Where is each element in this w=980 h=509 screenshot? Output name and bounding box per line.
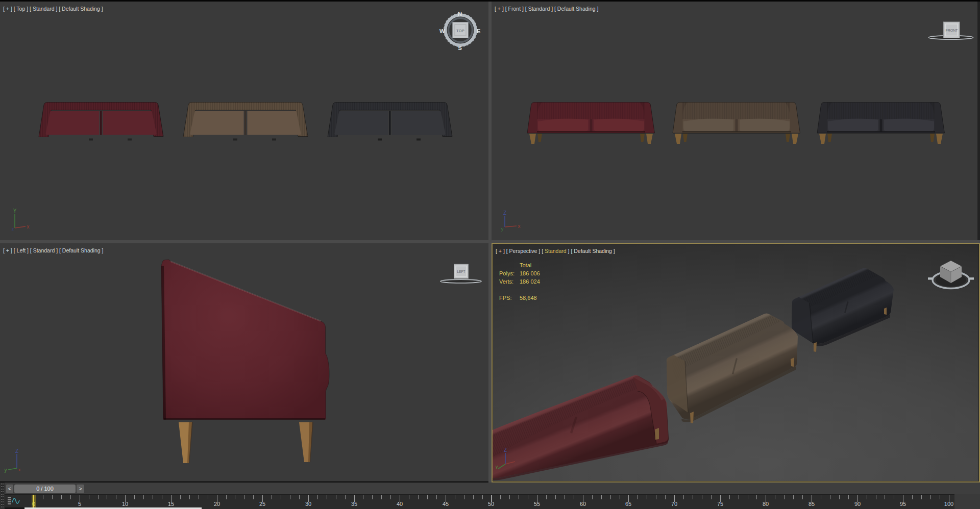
svg-text:Z: Z <box>504 447 507 453</box>
svg-text:LEFT: LEFT <box>457 270 465 273</box>
svg-text:y: y <box>5 467 7 473</box>
svg-text:N: N <box>458 11 462 17</box>
svg-text:y: y <box>501 226 504 232</box>
svg-text:x: x <box>18 467 21 472</box>
svg-text:Z: Z <box>15 448 18 454</box>
svg-text:y: y <box>496 464 498 469</box>
svg-text:S: S <box>458 45 462 51</box>
svg-text:Z: Z <box>503 210 506 216</box>
svg-text:Y: Y <box>13 208 17 214</box>
svg-text:x: x <box>27 224 30 230</box>
svg-text:x: x <box>518 223 521 229</box>
svg-text:TOP: TOP <box>456 29 464 33</box>
svg-text:W: W <box>439 28 445 34</box>
svg-text:E: E <box>477 28 481 34</box>
svg-text:z: z <box>12 226 14 232</box>
svg-text:FRONT: FRONT <box>945 29 958 32</box>
